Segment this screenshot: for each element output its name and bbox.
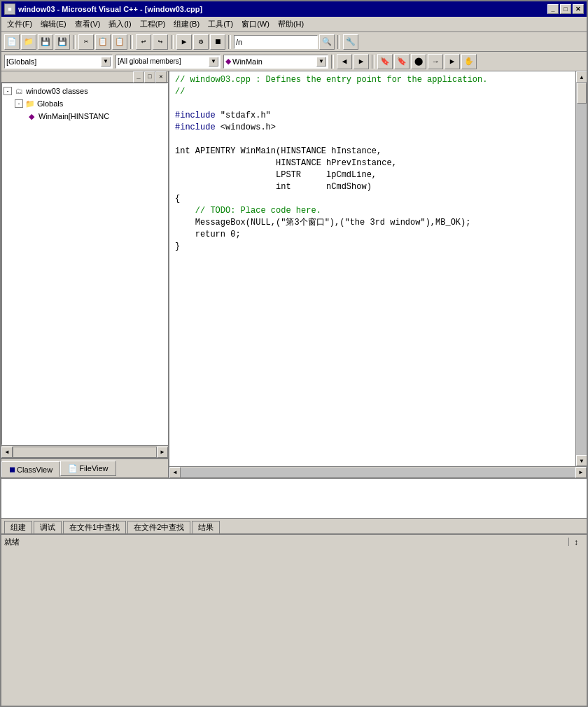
left-maximize-btn[interactable]: □ xyxy=(144,71,155,83)
function-arrow[interactable]: ▼ xyxy=(316,57,326,66)
vscroll-thumb[interactable] xyxy=(577,83,587,104)
compile-button[interactable]: ▶ xyxy=(176,34,192,50)
cut-button[interactable]: ✂ xyxy=(78,34,94,50)
open-button[interactable]: 📁 xyxy=(21,34,36,50)
stop-button[interactable]: ⏹ xyxy=(210,34,225,50)
left-close-btn[interactable]: ✕ xyxy=(155,71,167,83)
menu-file[interactable]: 文件(F) xyxy=(3,17,36,31)
save-button[interactable]: 💾 xyxy=(38,34,53,50)
menu-tools[interactable]: 工具(T) xyxy=(204,17,237,31)
maximize-button[interactable]: □ xyxy=(560,4,571,14)
vertical-scrollbar: ▲ ▼ xyxy=(575,71,587,466)
hscroll-right-btn[interactable]: ▶ xyxy=(157,447,168,458)
code-line-6 xyxy=(175,134,570,146)
left-minimize-btn[interactable]: _ xyxy=(133,71,144,83)
copy-button[interactable]: 📋 xyxy=(95,34,111,50)
menu-insert[interactable]: 插入(I) xyxy=(104,17,135,31)
status-bar: 就绪 ↕ xyxy=(1,533,587,549)
bookmark1-button[interactable]: 🔖 xyxy=(377,54,393,69)
code-line-2: // xyxy=(175,86,570,98)
members-arrow[interactable]: ▼ xyxy=(209,57,218,66)
result-tab[interactable]: 结果 xyxy=(192,521,220,533)
code-line-11: { xyxy=(175,193,570,205)
sep1 xyxy=(73,35,76,49)
search-button[interactable]: 🔍 xyxy=(319,34,335,50)
code-wrapper: // window03.cpp : Defines the entry poin… xyxy=(169,71,587,466)
tree-root[interactable]: - 🗂 window03 classes xyxy=(4,85,166,97)
bookmark2-button[interactable]: 🔖 xyxy=(394,54,410,69)
menu-help[interactable]: 帮助(H) xyxy=(274,17,308,31)
code-line-9: LPSTR lpCmdLine, xyxy=(175,169,570,181)
find2-tab[interactable]: 在文件2中查找 xyxy=(127,521,190,533)
tree-winmain[interactable]: ◆ WinMain[HINSTANC xyxy=(4,110,166,122)
nav-back-button[interactable]: ◀ xyxy=(337,54,352,69)
undo-button[interactable]: ↩ xyxy=(136,34,151,50)
build-button[interactable]: ⚙ xyxy=(193,34,209,50)
scope-label: [Globals] xyxy=(6,57,99,66)
tree-globals[interactable]: - 📁 Globals xyxy=(4,97,166,110)
new-button[interactable]: 📄 xyxy=(4,34,20,50)
title-buttons: _ □ ✕ xyxy=(547,4,584,14)
code-hscroll-right[interactable]: ▶ xyxy=(575,467,587,478)
code-content[interactable]: // window03.cpp : Defines the entry poin… xyxy=(169,71,575,466)
code-line-15: } xyxy=(175,241,570,253)
run-button[interactable]: ▶ xyxy=(444,54,460,69)
status-right-icon: ↕ xyxy=(568,538,584,546)
members-dropdown[interactable]: [All global members] ▼ xyxy=(115,55,220,69)
root-icon: 🗂 xyxy=(13,85,24,97)
sep3 xyxy=(171,35,174,49)
main-area: _ □ ✕ - 🗂 window03 classes - 📁 Globals xyxy=(1,71,587,477)
step-button[interactable]: → xyxy=(428,54,443,69)
save-all-button[interactable]: 💾 xyxy=(55,34,70,50)
vscroll-up-btn[interactable]: ▲ xyxy=(576,71,587,83)
code-hscroll-left[interactable]: ◀ xyxy=(169,467,181,478)
bottom-tabs: 组建 调试 在文件1中查找 在文件2中查找 结果 xyxy=(1,518,587,533)
menu-window[interactable]: 窗口(W) xyxy=(237,17,274,31)
tree-globals-label: Globals xyxy=(37,99,63,108)
left-hscroll: ◀ ▶ xyxy=(1,445,168,458)
main-window: ■ window03 - Microsoft Visual C++ - [win… xyxy=(0,0,588,707)
class-tree[interactable]: - 🗂 window03 classes - 📁 Globals ◆ WinMa… xyxy=(1,83,168,445)
classview-icon: ◼ xyxy=(9,465,15,474)
title-bar: ■ window03 - Microsoft Visual C++ - [win… xyxy=(1,1,587,17)
code-hscroll-track[interactable] xyxy=(181,468,575,477)
menu-project[interactable]: 工程(P) xyxy=(136,17,170,31)
function-dropdown[interactable]: ◆ WinMain ▼ xyxy=(223,55,328,69)
code-line-7: int APIENTRY WinMain(HINSTANCE hInstance… xyxy=(175,146,570,158)
hscroll-track[interactable] xyxy=(13,447,157,458)
scope-arrow[interactable]: ▼ xyxy=(101,57,111,66)
build-tab[interactable]: 组建 xyxy=(4,521,32,533)
tree-root-label: window03 classes xyxy=(26,87,88,95)
globals-expand[interactable]: - xyxy=(15,99,23,108)
hscroll-left-btn[interactable]: ◀ xyxy=(1,447,13,458)
minimize-button[interactable]: _ xyxy=(547,4,559,14)
members-label: [All global members] xyxy=(118,57,207,65)
fileview-tab[interactable]: 📄 FileView xyxy=(60,461,115,476)
find1-tab-label: 在文件1中查找 xyxy=(69,522,120,533)
paste-button[interactable]: 📋 xyxy=(112,34,127,50)
code-line-5: #include <windows.h> xyxy=(175,122,570,134)
sep5 xyxy=(337,35,340,49)
code-editor: // window03.cpp : Defines the entry poin… xyxy=(169,71,587,477)
root-expand[interactable]: - xyxy=(4,87,12,95)
sep-dropdown xyxy=(331,55,334,69)
vscroll-track[interactable] xyxy=(576,83,587,455)
code-line-4: #include "stdafx.h" xyxy=(175,110,570,122)
debug-tab[interactable]: 调试 xyxy=(34,521,62,533)
menu-build[interactable]: 组建(B) xyxy=(169,17,204,31)
hand-button[interactable]: ✋ xyxy=(461,54,477,69)
menu-edit[interactable]: 编辑(E) xyxy=(36,17,71,31)
scope-dropdown[interactable]: [Globals] ▼ xyxy=(4,55,113,69)
classview-tab[interactable]: ◼ ClassView xyxy=(1,461,60,477)
breakpoint-button[interactable]: ⬤ xyxy=(411,54,426,69)
menu-view[interactable]: 查看(V) xyxy=(71,17,105,31)
close-button[interactable]: ✕ xyxy=(573,4,584,14)
vscroll-down-btn[interactable]: ▼ xyxy=(576,455,587,466)
redo-button[interactable]: ↪ xyxy=(153,34,168,50)
status-text: 就绪 xyxy=(4,537,568,547)
nav-forward-button[interactable]: ▶ xyxy=(354,54,369,69)
find1-tab[interactable]: 在文件1中查找 xyxy=(63,521,126,533)
search-input[interactable] xyxy=(234,35,318,49)
menu-bar: 文件(F) 编辑(E) 查看(V) 插入(I) 工程(P) 组建(B) 工具(T… xyxy=(1,17,587,32)
debug-button[interactable]: 🔧 xyxy=(343,34,358,50)
